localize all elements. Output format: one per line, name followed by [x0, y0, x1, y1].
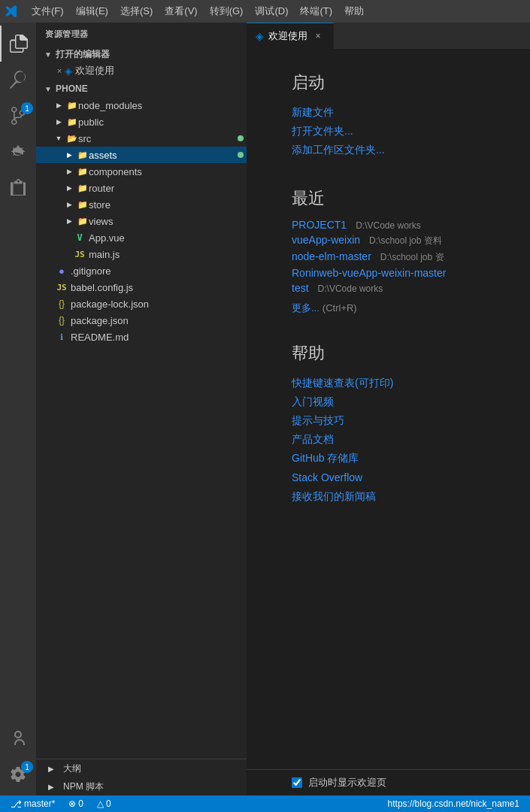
router-label: router: [89, 183, 247, 194]
menu-edit[interactable]: 编辑(E): [70, 3, 114, 20]
editor-area: ◈ 欢迎使用 × 启动 新建文件 打开文件夹... 添加工作区文件夹... 最近…: [247, 23, 530, 795]
recent-name-0[interactable]: PROJECT1: [292, 219, 347, 231]
file-package-lock[interactable]: {} package-lock.json: [36, 295, 247, 312]
babel-icon: JS: [56, 281, 68, 293]
menu-file[interactable]: 文件(F): [26, 3, 70, 20]
link-docs[interactable]: 产品文档: [292, 430, 485, 449]
gitignore-icon: ●: [56, 265, 68, 277]
store-chevron: ▶: [63, 198, 75, 211]
app-vue-icon: V: [74, 232, 86, 244]
views-label: views: [89, 216, 247, 227]
tab-bar: ◈ 欢迎使用 ×: [247, 23, 530, 49]
public-label: public: [78, 117, 247, 128]
menu-bar: 文件(F) 编辑(E) 选择(S) 查看(V) 转到(G) 调试(D) 终端(T…: [0, 0, 530, 23]
outline-chevron: ▶: [45, 762, 57, 774]
link-open-folder[interactable]: 打开文件夹...: [292, 122, 485, 141]
activity-explorer[interactable]: [0, 26, 36, 62]
recent-name-3[interactable]: Roninweb-vueApp-weixin-master: [292, 267, 446, 279]
npm-scripts-label: NPM 脚本: [63, 780, 104, 793]
babel-label: babel.config.js: [71, 282, 247, 293]
phone-header[interactable]: ▼ PHONE: [36, 80, 247, 97]
src-chevron: ▼: [53, 132, 65, 144]
open-editor-close[interactable]: ×: [57, 66, 62, 75]
file-babel-config[interactable]: JS babel.config.js: [36, 279, 247, 295]
more-shortcut: (Ctrl+R): [323, 302, 357, 314]
outline-label: 大纲: [63, 762, 81, 775]
pkg-json-label: package.json: [71, 315, 247, 326]
startup-checkbox-label[interactable]: 启动时显示欢迎页: [308, 776, 386, 789]
file-app-vue[interactable]: V App.vue: [36, 229, 247, 246]
tab-welcome-close[interactable]: ×: [312, 30, 324, 42]
recent-name-4[interactable]: test: [292, 282, 309, 294]
open-editors-section: ▼ 打开的编辑器 × ◈ 欢迎使用: [36, 46, 247, 79]
link-add-workspace[interactable]: 添加工作区文件夹...: [292, 141, 485, 159]
folder-views[interactable]: ▶ 📁 views: [36, 213, 247, 229]
link-keyboard[interactable]: 快捷键速查表(可打印): [292, 374, 485, 392]
menu-debug[interactable]: 调试(D): [249, 3, 294, 20]
link-new-file[interactable]: 新建文件: [292, 103, 485, 122]
folder-store[interactable]: ▶ 📁 store: [36, 196, 247, 213]
recent-name-2[interactable]: node-elm-master: [292, 250, 371, 262]
folder-components[interactable]: ▶ 📁 components: [36, 163, 247, 180]
store-folder-icon: 📁: [77, 198, 89, 211]
open-editors-header[interactable]: ▼ 打开的编辑器: [36, 46, 247, 62]
activity-accounts[interactable]: [0, 720, 36, 756]
link-newsletter[interactable]: 接收我们的新闻稿: [292, 487, 485, 506]
recent-item-0: PROJECT1 D:\VCode works: [292, 219, 485, 231]
outline-panel[interactable]: ▶ 大纲: [36, 759, 247, 777]
folder-src[interactable]: ▼ 📂 src: [36, 130, 247, 147]
file-main-js[interactable]: JS main.js: [36, 246, 247, 262]
open-editor-welcome-label: 欢迎使用: [75, 64, 247, 77]
recent-item-3: Roninweb-vueApp-weixin-master: [292, 267, 485, 279]
status-branch[interactable]: ⎇ master*: [6, 795, 59, 812]
link-videos[interactable]: 入门视频: [292, 392, 485, 411]
folder-node-modules[interactable]: ▶ 📁 node_modules: [36, 97, 247, 114]
activity-debug[interactable]: [0, 134, 36, 170]
tab-welcome[interactable]: ◈ 欢迎使用 ×: [247, 23, 334, 49]
menu-view[interactable]: 查看(V): [159, 3, 203, 20]
npm-scripts-panel[interactable]: ▶ NPM 脚本: [36, 777, 247, 795]
node-modules-label: node_modules: [78, 100, 247, 111]
more-recent-link[interactable]: 更多... (Ctrl+R): [292, 301, 357, 315]
menu-terminal[interactable]: 终端(T): [294, 3, 338, 20]
app-vue-label: App.vue: [89, 232, 247, 244]
gitignore-label: .gitignore: [71, 265, 247, 277]
open-editors-chevron: ▼: [42, 48, 54, 60]
link-stackoverflow[interactable]: Stack Overflow: [292, 468, 485, 487]
link-github[interactable]: GitHub 存储库: [292, 449, 485, 468]
phone-label: PHONE: [56, 83, 88, 94]
more-recent: 更多... (Ctrl+R): [292, 298, 485, 315]
activity-extensions[interactable]: [0, 170, 36, 206]
startup-checkbox[interactable]: [292, 777, 302, 788]
pkg-lock-label: package-lock.json: [71, 298, 247, 310]
status-errors[interactable]: ⊗ 0: [64, 795, 88, 812]
activity-bar: 1 1: [0, 23, 36, 795]
open-editor-welcome[interactable]: × ◈ 欢迎使用: [36, 62, 247, 79]
status-warnings[interactable]: △ 0: [92, 795, 116, 812]
folder-public[interactable]: ▶ 📁 public: [36, 114, 247, 130]
activity-settings[interactable]: 1: [0, 756, 36, 792]
recent-path-1: D:\school job 资料: [369, 235, 442, 247]
phone-chevron: ▼: [42, 83, 54, 95]
sidebar-title: 资源管理器: [36, 23, 247, 46]
folder-router[interactable]: ▶ 📁 router: [36, 180, 247, 196]
menu-help[interactable]: 帮助: [338, 3, 370, 20]
status-url[interactable]: https://blog.csdn.net/nick_name1: [383, 795, 524, 812]
src-folder-icon: 📂: [66, 132, 78, 144]
file-package-json[interactable]: {} package.json: [36, 312, 247, 329]
file-readme[interactable]: ℹ README.md: [36, 329, 247, 345]
more-label: 更多...: [292, 301, 320, 315]
source-control-badge: 1: [21, 102, 33, 114]
activity-source-control[interactable]: 1: [0, 98, 36, 134]
recent-name-1[interactable]: vueApp-weixin: [292, 234, 360, 246]
error-count: 0: [78, 798, 83, 809]
menu-select[interactable]: 选择(S): [114, 3, 159, 20]
file-gitignore[interactable]: ● .gitignore: [36, 262, 247, 279]
warning-count: 0: [106, 798, 111, 809]
activity-search[interactable]: [0, 62, 36, 98]
readme-icon: ℹ: [56, 331, 68, 343]
folder-assets[interactable]: ▶ 📁 assets: [36, 147, 247, 163]
link-tips[interactable]: 提示与技巧: [292, 411, 485, 430]
status-right: https://blog.csdn.net/nick_name1: [383, 795, 524, 812]
menu-goto[interactable]: 转到(G): [204, 3, 250, 20]
